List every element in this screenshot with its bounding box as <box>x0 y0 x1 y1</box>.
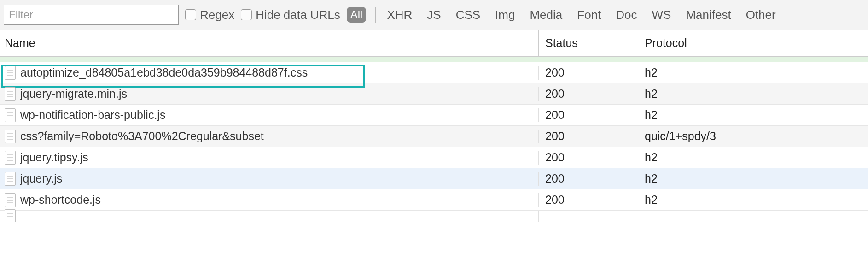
filter-type-ws[interactable]: WS <box>650 7 673 23</box>
request-rows: autoptimize_d84805a1ebd38de0da359b984488… <box>0 57 868 222</box>
file-icon <box>5 87 16 101</box>
regex-checkbox-wrap[interactable]: Regex <box>185 8 234 22</box>
grid-header: Name Status Protocol <box>0 30 868 57</box>
column-header-protocol[interactable]: Protocol <box>638 30 868 56</box>
filter-type-xhr[interactable]: XHR <box>385 7 414 23</box>
file-name: jquery-migrate.min.js <box>20 87 127 100</box>
cell-status: 200 <box>539 151 638 164</box>
file-name: jquery.js <box>20 172 62 185</box>
file-icon <box>5 172 16 186</box>
file-name: autoptimize_d84805a1ebd38de0da359b984488… <box>20 66 308 79</box>
file-icon <box>5 108 16 122</box>
column-header-status[interactable]: Status <box>539 30 638 56</box>
cell-status: 200 <box>539 87 638 100</box>
file-icon <box>5 66 16 80</box>
table-row[interactable]: autoptimize_d84805a1ebd38de0da359b984488… <box>0 62 868 83</box>
table-row[interactable]: css?family=Roboto%3A700%2Cregular&subset… <box>0 126 868 147</box>
cell-protocol: h2 <box>638 87 868 100</box>
cell-protocol: h2 <box>638 66 868 79</box>
cell-status <box>539 211 638 222</box>
cell-name: jquery-migrate.min.js <box>0 87 539 101</box>
cell-name: jquery.tipsy.js <box>0 151 539 165</box>
type-filters: XHRJSCSSImgMediaFontDocWSManifestOther <box>385 7 777 23</box>
table-row[interactable]: jquery.js200h2 <box>0 168 868 189</box>
cell-name: autoptimize_d84805a1ebd38de0da359b984488… <box>0 66 539 80</box>
hide-data-urls-label: Hide data URLs <box>256 8 340 22</box>
file-icon <box>5 209 16 222</box>
column-header-name[interactable]: Name <box>0 30 539 56</box>
cell-name: wp-shortcode.js <box>0 193 539 207</box>
table-row[interactable]: jquery.tipsy.js200h2 <box>0 147 868 168</box>
cell-protocol: h2 <box>638 108 868 122</box>
cell-name <box>0 211 539 222</box>
filter-type-font[interactable]: Font <box>575 7 603 23</box>
partial-row-below <box>0 211 868 222</box>
cell-name: wp-notification-bars-public.js <box>0 108 539 122</box>
file-name: jquery.tipsy.js <box>20 151 88 164</box>
file-name: wp-notification-bars-public.js <box>20 108 165 122</box>
cell-status: 200 <box>539 108 638 122</box>
checkbox-icon <box>185 9 196 20</box>
cell-name: jquery.js <box>0 172 539 186</box>
cell-protocol: h2 <box>638 193 868 207</box>
checkbox-icon <box>241 9 252 20</box>
cell-status: 200 <box>539 66 638 79</box>
filter-type-media[interactable]: Media <box>528 7 564 23</box>
file-name: wp-shortcode.js <box>20 193 101 207</box>
cell-protocol <box>638 211 868 222</box>
cell-protocol: h2 <box>638 151 868 164</box>
partial-row-above <box>0 57 868 62</box>
filter-type-js[interactable]: JS <box>425 7 443 23</box>
file-icon <box>5 151 16 165</box>
file-name: css?family=Roboto%3A700%2Cregular&subset <box>20 130 264 143</box>
regex-label: Regex <box>200 8 234 22</box>
filter-all-pill[interactable]: All <box>347 7 367 23</box>
filter-type-css[interactable]: CSS <box>454 7 482 23</box>
table-row[interactable]: jquery-migrate.min.js200h2 <box>0 83 868 105</box>
separator <box>375 7 376 23</box>
filter-input[interactable] <box>4 5 179 25</box>
cell-status: 200 <box>539 172 638 185</box>
cell-name: css?family=Roboto%3A700%2Cregular&subset <box>0 130 539 143</box>
table-row[interactable]: wp-notification-bars-public.js200h2 <box>0 105 868 126</box>
cell-protocol: h2 <box>638 172 868 185</box>
cell-status: 200 <box>539 130 638 143</box>
network-toolbar: Regex Hide data URLs All XHRJSCSSImgMedi… <box>0 0 868 30</box>
filter-type-other[interactable]: Other <box>744 7 778 23</box>
file-icon <box>5 130 16 143</box>
table-row[interactable]: wp-shortcode.js200h2 <box>0 189 868 211</box>
file-icon <box>5 193 16 207</box>
cell-protocol: quic/1+spdy/3 <box>638 130 868 143</box>
cell-status: 200 <box>539 193 638 207</box>
filter-type-img[interactable]: Img <box>493 7 517 23</box>
filter-type-manifest[interactable]: Manifest <box>684 7 733 23</box>
hide-data-urls-checkbox-wrap[interactable]: Hide data URLs <box>241 8 340 22</box>
filter-type-doc[interactable]: Doc <box>614 7 639 23</box>
